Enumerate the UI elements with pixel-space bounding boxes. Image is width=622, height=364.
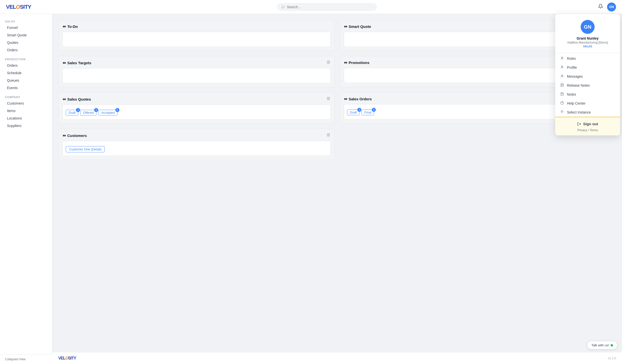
svg-point-2 — [561, 57, 563, 58]
sidebar-item-quotes[interactable]: Quotes — [0, 39, 52, 46]
sidebar-label-company: COMPANY — [0, 94, 52, 100]
tag-offered[interactable]: Offered 0 — [80, 110, 96, 116]
tag-offered-badge: 0 — [94, 108, 98, 112]
dropdown-item-roles[interactable]: Roles — [555, 54, 620, 63]
nav-right: GN — [598, 2, 616, 11]
sidebar-item-schedule[interactable]: Schedule — [0, 69, 52, 77]
talk-widget[interactable]: Talk with us! — [587, 341, 617, 349]
svg-marker-14 — [561, 110, 563, 113]
search-icon — [281, 5, 285, 9]
link-icon: ⇔ — [63, 61, 66, 65]
tag-accepted[interactable]: Accepted 0 — [98, 110, 117, 116]
widget-sales-quotes-header: ⇔ Sales Quotes — [63, 97, 330, 102]
top-navigation: VELOSITY GN — [0, 0, 622, 14]
dropdown-avatar: GN — [581, 20, 595, 34]
signout-section: Sign out Privacy • Terms — [555, 117, 620, 135]
sidebar-item-locations[interactable]: Locations — [0, 115, 52, 122]
user-avatar-button[interactable]: GN — [607, 2, 616, 11]
widget-sales-targets-title: ⇔ Sales Targets — [63, 61, 91, 65]
link-icon: ⇔ — [344, 97, 347, 101]
terms-link[interactable]: Terms — [590, 128, 598, 132]
widget-sales-quotes: ⇔ Sales Quotes Draft 1 Offered — [58, 92, 335, 124]
sidebar-item-events[interactable]: Events — [0, 84, 52, 92]
svg-point-0 — [282, 5, 284, 8]
signout-button[interactable]: Sign out — [559, 121, 616, 127]
dropdown-item-notes-label: Notes — [567, 92, 576, 96]
widget-sales-quotes-delete-button[interactable] — [326, 97, 330, 102]
separator: • — [588, 128, 590, 132]
dropdown-item-profile[interactable]: Profile — [555, 63, 620, 72]
sidebar-item-orders-prod[interactable]: Orders — [0, 62, 52, 69]
person-icon — [560, 56, 564, 61]
sidebar-item-customers[interactable]: Customers — [0, 100, 52, 107]
sidebar-item-items[interactable]: Items — [0, 107, 52, 115]
widget-customers-delete-button[interactable] — [326, 133, 330, 138]
tag-final-orders-badge: 0 — [372, 108, 376, 112]
widget-customers-title: ⇔ Customers — [63, 133, 87, 138]
collapsed-view-button[interactable]: Collapsed View — [0, 354, 52, 364]
sidebar-item-queues[interactable]: Queues — [0, 77, 52, 84]
tag-accepted-badge: 0 — [115, 108, 119, 112]
sidebar-item-orders-sales[interactable]: Orders — [0, 46, 52, 54]
dropdown-item-profile-label: Profile — [567, 65, 577, 69]
dropdown-item-notes[interactable]: Notes — [555, 90, 620, 99]
tag-final-orders[interactable]: Final 0 — [362, 110, 374, 115]
dropdown-item-help-label: Help Center — [567, 101, 586, 105]
release-notes-icon — [560, 83, 564, 88]
svg-point-3 — [561, 66, 563, 67]
svg-line-1 — [284, 7, 285, 8]
privacy-link[interactable]: Privacy — [577, 128, 587, 132]
version-text: v1.1.0 — [608, 357, 616, 360]
tag-draft-orders-badge: 0 — [357, 108, 361, 112]
privacy-terms: Privacy • Terms — [559, 128, 616, 132]
signout-icon — [577, 122, 581, 126]
dropdown-item-messages[interactable]: Messages — [555, 72, 620, 81]
dropdown-item-select-instance[interactable]: Select Instance — [555, 108, 620, 117]
widget-sales-targets-body — [63, 68, 330, 83]
profile-icon — [560, 65, 564, 70]
customer-tag-one[interactable]: Customer One (Detail) — [66, 146, 105, 152]
widget-todo-body — [63, 32, 330, 47]
dropdown-item-messages-label: Messages — [567, 74, 583, 78]
dropdown-item-help[interactable]: Help Center — [555, 99, 620, 108]
link-icon: ⇔ — [63, 133, 66, 138]
search-area — [56, 3, 598, 11]
widget-sales-quotes-body: Draft 1 Offered 0 Accepted 0 — [63, 105, 330, 120]
dropdown-header: GN Grant Nunley Additive Manufacturing [… — [555, 14, 620, 52]
dropdown-item-release-notes[interactable]: Release Notes — [555, 81, 620, 90]
dropdown-divider-1 — [555, 53, 620, 53]
widget-sales-targets-delete-button[interactable] — [326, 60, 330, 65]
bottom-logo: VELOSITY — [58, 356, 76, 361]
bottom-bar: VELOSITY v1.1.0 — [52, 352, 622, 364]
sidebar-label-production: PRODUCTION — [0, 56, 52, 62]
sidebar: SALES Funnel Smart Quote Quotes Orders P… — [0, 14, 52, 364]
sidebar-item-funnel[interactable]: Funnel — [0, 24, 52, 31]
logo-text: VELOSITY — [6, 4, 31, 10]
widget-smart-quote-title: ⇔ Smart Quote — [344, 24, 371, 29]
sidebar-item-smart-quote[interactable]: Smart Quote — [0, 31, 52, 39]
search-input[interactable] — [287, 5, 373, 9]
help-icon — [560, 101, 564, 106]
talk-label: Talk with us! — [591, 343, 609, 347]
sidebar-section-production: PRODUCTION Orders Schedule Queues Events — [0, 56, 52, 92]
tag-draft-orders[interactable]: Draft 0 — [347, 110, 360, 115]
notes-icon — [560, 92, 564, 97]
widget-customers-header: ⇔ Customers — [63, 133, 330, 138]
link-icon: ⇔ — [344, 24, 347, 29]
dropdown-name: Grant Nunley — [577, 36, 599, 40]
link-icon: ⇔ — [63, 97, 66, 102]
svg-point-4 — [561, 75, 563, 76]
talk-online-dot — [611, 344, 613, 347]
tag-draft[interactable]: Draft 1 — [66, 110, 78, 116]
widget-todo: ⇔ To-Do — [58, 20, 335, 51]
dropdown-item-select-instance-label: Select Instance — [567, 110, 591, 114]
notifications-button[interactable] — [598, 4, 603, 10]
widget-customers-body: Customer One (Detail) — [63, 141, 330, 156]
sidebar-item-suppliers[interactable]: Suppliers — [0, 122, 52, 129]
dropdown-role: SALES — [583, 45, 592, 48]
dropdown-item-release-notes-label: Release Notes — [567, 83, 590, 87]
link-icon: ⇔ — [344, 60, 347, 65]
sidebar-section-sales: SALES Funnel Smart Quote Quotes Orders — [0, 18, 52, 54]
user-dropdown-panel: GN Grant Nunley Additive Manufacturing [… — [555, 14, 620, 135]
widget-todo-header: ⇔ To-Do — [63, 24, 330, 29]
